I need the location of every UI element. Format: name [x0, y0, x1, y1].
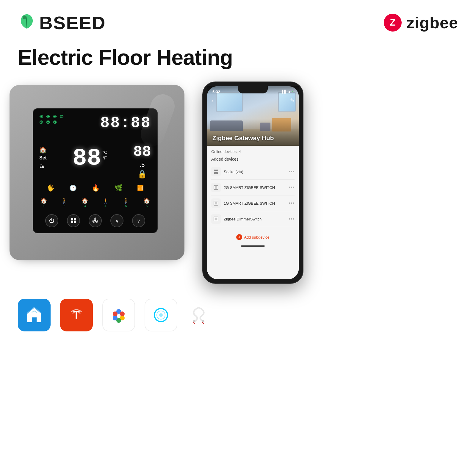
sched-6-num: 6: [146, 204, 148, 208]
up-button[interactable]: ∧: [110, 214, 123, 227]
clock-icon: 🕐: [69, 184, 77, 192]
room-window-left: [216, 92, 243, 112]
sched-4-icon: 🚶: [102, 198, 109, 204]
device-socket-more[interactable]: •••: [289, 169, 295, 174]
temp-point: .5: [140, 162, 145, 168]
down-button[interactable]: ∨: [132, 214, 145, 227]
device-2g-more[interactable]: •••: [289, 185, 295, 190]
google-assistant-icon: [102, 299, 135, 331]
home-icon: 🏠: [39, 146, 47, 154]
switch-2g-icon: [213, 185, 219, 190]
alexa-icon: [145, 299, 177, 331]
device-item-1g-switch[interactable]: 1G SMART ZIGBEE SWITCH •••: [211, 195, 295, 211]
hub-title-area: Zigbee Gateway Hub: [212, 134, 274, 142]
decimal-lock-area: 88 .5 🔒: [133, 138, 151, 179]
sched-5-icon: 🚶: [123, 198, 129, 204]
phone-back-button[interactable]: ‹: [211, 97, 213, 105]
flame-icon: 🔥: [92, 184, 100, 192]
status-time: 5:32: [212, 90, 220, 94]
sched-4: 🚶 4: [102, 198, 109, 208]
sched-5-num: 5: [125, 204, 127, 208]
tuya-app-icon: T: [60, 299, 93, 331]
day5: ⑤: [46, 114, 50, 119]
svg-rect-5: [71, 221, 73, 223]
svg-point-20: [215, 218, 217, 220]
sched-3: 🏠 3: [82, 198, 88, 208]
brand-name: BSEED: [39, 12, 106, 33]
signal-icon: ▋▋: [282, 90, 286, 94]
device-1g-more[interactable]: •••: [289, 201, 295, 206]
main-content: ④ ⑤ ⑥ ⑦ ① ② ③ 88:88: [0, 82, 476, 284]
device-dimmer-icon: [211, 214, 221, 224]
chevron-up-icon: ∧: [115, 218, 119, 224]
battery-icon: ▪: [292, 90, 293, 93]
sched-6-icon: 🏠: [143, 198, 150, 204]
svg-point-23: [120, 311, 125, 316]
device-2g-icon: [211, 183, 221, 192]
device-1g-icon: [211, 198, 221, 208]
day4: ④: [39, 114, 43, 119]
svg-point-27: [113, 311, 118, 316]
page-header: BSEED Z zigbee: [0, 0, 476, 39]
heating-icon: ≋: [39, 162, 45, 170]
device-dimmer-more[interactable]: •••: [289, 216, 295, 222]
hero-gradient-overlay: [207, 119, 299, 146]
device-item-dimmer[interactable]: Zigbee DimmerSwitch •••: [211, 211, 295, 227]
set-label: Set: [39, 155, 47, 161]
celsius-unit: °C: [102, 149, 107, 155]
day2: ②: [46, 120, 50, 125]
phone-frame: 5:32 ▋▋ ▲ ▪ ‹ ✎: [202, 82, 303, 284]
dimmer-icon: [213, 216, 219, 222]
day7: ⑦: [60, 114, 64, 119]
main-temp-value: 88: [73, 146, 101, 170]
svg-point-31: [193, 320, 195, 322]
svg-rect-3: [71, 218, 73, 220]
thermostat-wrapper: ④ ⑤ ⑥ ⑦ ① ② ③ 88:88: [12, 87, 178, 254]
bseed-leaf-icon: [18, 12, 36, 33]
sched-1-num: 1: [43, 204, 45, 208]
phone-screen: 5:32 ▋▋ ▲ ▪ ‹ ✎: [207, 86, 299, 279]
hub-title: Zigbee Gateway Hub: [212, 134, 274, 142]
zigbee-brand-name: zigbee: [406, 13, 458, 32]
device-name-socket: Socket(ztu): [224, 170, 286, 174]
device-name-dimmer: Zigbee DimmerSwitch: [224, 217, 286, 221]
device-socket-icon: [211, 167, 221, 176]
thermostat-device: ④ ⑤ ⑥ ⑦ ① ② ③ 88:88: [12, 87, 178, 254]
svg-line-34: [203, 322, 204, 324]
bseed-logo: BSEED: [18, 12, 106, 33]
device-name-2g: 2G SMART ZIGBEE SWITCH: [224, 185, 286, 190]
temp-decimal-value: 88: [133, 138, 151, 162]
day6: ⑥: [53, 114, 57, 119]
device-item-socket[interactable]: Socket(ztu) •••: [211, 164, 295, 180]
day-indicators: ④ ⑤ ⑥ ⑦ ① ② ③: [39, 114, 64, 125]
add-subdevice-button[interactable]: + Add subdevice: [211, 230, 295, 242]
cable-icon: [188, 305, 209, 325]
sched-2-icon: 🚶: [61, 198, 68, 204]
svg-point-8: [94, 217, 96, 220]
time-display: 88:88: [100, 114, 151, 132]
sched-5: 🚶 5: [123, 198, 129, 208]
side-icons: 🏠 Set ≋: [39, 146, 47, 170]
google-mic-icon: [109, 306, 128, 325]
menu-button[interactable]: [67, 214, 80, 227]
zigbee-logo: Z zigbee: [383, 13, 458, 32]
smartphone-mockup: 5:32 ▋▋ ▲ ▪ ‹ ✎: [202, 82, 303, 284]
sched-2: 🚶 2: [61, 198, 68, 208]
sched-2-num: 2: [63, 204, 65, 208]
phone-edit-button[interactable]: ✎: [290, 97, 295, 104]
sched-1-icon: 🏠: [40, 198, 47, 204]
control-buttons-row[interactable]: ⏻: [39, 212, 151, 227]
device-item-2g-switch[interactable]: 2G SMART ZIGBEE SWITCH •••: [211, 180, 295, 195]
status-icons: ▋▋ ▲ ▪: [282, 90, 293, 94]
add-icon: +: [236, 234, 242, 240]
chevron-down-icon: ∨: [137, 218, 140, 224]
phone-notch: [238, 86, 268, 93]
thermostat-screen: ④ ⑤ ⑥ ⑦ ① ② ③ 88:88: [33, 108, 158, 233]
zigbee-symbol-icon: Z: [383, 13, 402, 32]
svg-point-30: [159, 313, 163, 317]
power-button[interactable]: ⏻: [45, 214, 58, 227]
fan-button[interactable]: [89, 214, 102, 227]
added-devices-label: Added devices: [211, 157, 295, 162]
home-indicator: [241, 245, 265, 247]
svg-rect-11: [214, 170, 216, 171]
